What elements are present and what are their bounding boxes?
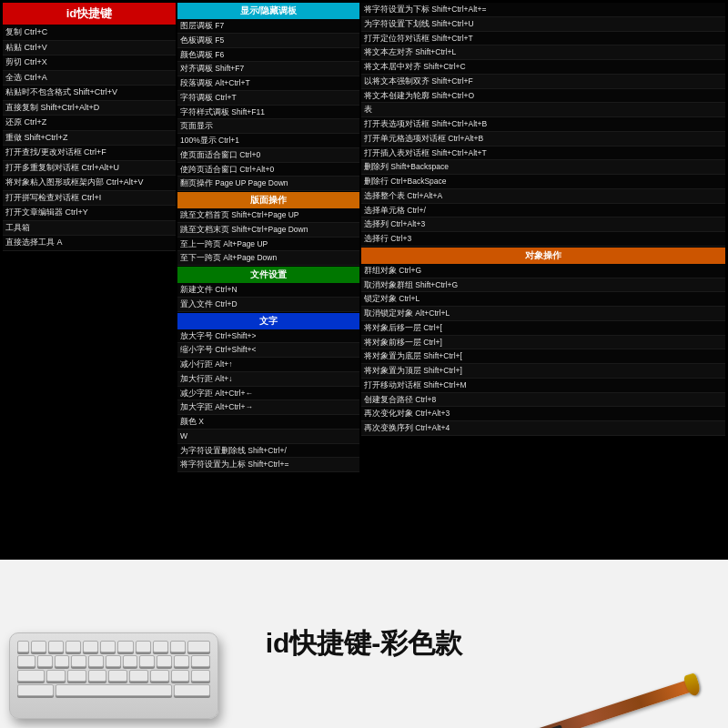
row: 颜色 X bbox=[177, 415, 359, 430]
key bbox=[37, 655, 53, 667]
row: 取消锁定对象 Alt+Ctrl+L bbox=[361, 307, 725, 321]
row: 字符样式调板 Shift+F11 bbox=[177, 106, 359, 120]
row: 减少字距 Alt+Ctrl+← bbox=[177, 387, 359, 401]
key bbox=[153, 641, 168, 652]
row: W bbox=[177, 430, 359, 444]
row: 取消对象群组 Shift+Ctrl+G bbox=[361, 278, 725, 293]
row: 创建复合路径 Ctrl+8 bbox=[361, 393, 725, 408]
row: 页面显示 bbox=[177, 119, 359, 134]
key bbox=[191, 670, 210, 682]
key bbox=[187, 641, 210, 652]
col1-row: 复制 Ctrl+C bbox=[3, 25, 176, 41]
key bbox=[100, 641, 116, 652]
col1-row: 剪切 Ctrl+X bbox=[3, 56, 176, 71]
row: 将对象置为顶层 Shift+Ctrl+] bbox=[361, 364, 725, 379]
row: 减小行距 Alt+↑ bbox=[177, 358, 359, 372]
row: 再次变换序列 Ctrl+Alt+4 bbox=[361, 421, 725, 436]
keyboard-visual bbox=[9, 632, 218, 719]
col1-row: 打开查找/更改对话框 Ctrl+F bbox=[3, 146, 176, 161]
key-row-2 bbox=[17, 655, 210, 667]
key bbox=[17, 641, 29, 652]
key bbox=[55, 655, 70, 667]
key-rows bbox=[17, 641, 210, 696]
row: 使页面适合窗口 Ctrl+0 bbox=[177, 148, 359, 163]
col1-row: 工具箱 bbox=[3, 221, 176, 237]
section-header: 对象操作 bbox=[361, 248, 725, 264]
key bbox=[108, 670, 127, 682]
column-3: 将字符设置为下标 Shift+Ctrl+Alt+=为字符设置下划线 Shift+… bbox=[361, 3, 725, 557]
key-row-1 bbox=[17, 641, 210, 652]
row: 图层调板 F7 bbox=[177, 19, 359, 34]
row: 使跨页适合窗口 Ctrl+Alt+0 bbox=[177, 163, 359, 177]
row: 以将文本强制双齐 Shift+Ctrl+F bbox=[361, 75, 725, 89]
column-2: 显示/隐藏调板图层调板 F7色板调板 F5颜色调板 F6对齐调板 Shift+F… bbox=[177, 3, 359, 557]
row: 选择行 Ctrl+3 bbox=[361, 232, 725, 247]
row: 将文本创建为轮廓 Shift+Ctrl+O bbox=[361, 89, 725, 104]
section-header: 显示/隐藏调板 bbox=[177, 3, 359, 19]
key bbox=[117, 641, 133, 652]
col1-row: 直接复制 Shift+Ctrl+Alt+D bbox=[3, 101, 176, 116]
row: 打开表选项对话框 Shift+Ctrl+Alt+B bbox=[361, 117, 725, 132]
row: 再次变化对象 Ctrl+Alt+3 bbox=[361, 407, 725, 421]
key bbox=[67, 670, 86, 682]
section-header: 版面操作 bbox=[177, 192, 359, 208]
section-header: 文件设置 bbox=[177, 267, 359, 283]
row: 选择单元格 Ctrl+/ bbox=[361, 204, 725, 218]
col1-row: 还原 Ctrl+Z bbox=[3, 116, 176, 131]
col1-row: 粘贴时不包含格式 Shift+Ctrl+V bbox=[3, 86, 176, 101]
col1-row: 直接选择工具 A bbox=[3, 236, 176, 251]
key bbox=[83, 641, 98, 652]
row: 将字符设置为上标 Shift+Ctrl+= bbox=[177, 458, 359, 472]
col1-row: 重做 Shift+Ctrl+Z bbox=[3, 131, 176, 147]
row: 加大行距 Alt+↓ bbox=[177, 372, 359, 387]
column-1: id快捷键 复制 Ctrl+C粘贴 Ctrl+V剪切 Ctrl+X全选 Ctrl… bbox=[3, 3, 176, 557]
row: 新建文件 Ctrl+N bbox=[177, 283, 359, 298]
col1-row: 将对象粘入图形或框架内部 Ctrl+Alt+V bbox=[3, 176, 176, 191]
col1-row: 全选 Ctrl+A bbox=[3, 71, 176, 86]
row: 跳至文档首页 Shift+Ctrl+Page UP bbox=[177, 208, 359, 223]
main-container: id快捷键 复制 Ctrl+C粘贴 Ctrl+V剪切 Ctrl+X全选 Ctrl… bbox=[0, 0, 728, 728]
row: 缩小字号 Ctrl+Shift+< bbox=[177, 343, 359, 358]
brush-tip bbox=[683, 672, 703, 697]
row: 为字符设置删除线 Shift+Ctrl+/ bbox=[177, 444, 359, 459]
page-title: id快捷键-彩色款 bbox=[266, 625, 463, 662]
col2-section: 显示/隐藏调板图层调板 F7色板调板 F5颜色调板 F6对齐调板 Shift+F… bbox=[177, 3, 359, 191]
key bbox=[174, 684, 210, 696]
key bbox=[31, 641, 46, 652]
key bbox=[106, 655, 121, 667]
key bbox=[174, 655, 189, 667]
row: 锁定对象 Ctrl+L bbox=[361, 292, 725, 307]
shortcut-panel: id快捷键 复制 Ctrl+C粘贴 Ctrl+V剪切 Ctrl+X全选 Ctrl… bbox=[0, 0, 728, 560]
row: 对齐调板 Shift+F7 bbox=[177, 62, 359, 76]
row: 将文本左对齐 Shift+Ctrl+L bbox=[361, 46, 725, 60]
row: 加大字距 Alt+Ctrl+→ bbox=[177, 400, 359, 415]
col1-row: 打开多重复制对话框 Ctrl+Alt+U bbox=[3, 161, 176, 177]
col2-section: 文字放大字号 Ctrl+Shift+>缩小字号 Ctrl+Shift+<减小行距… bbox=[177, 313, 359, 473]
col3-section: 将字符设置为下标 Shift+Ctrl+Alt+=为字符设置下划线 Shift+… bbox=[361, 3, 725, 247]
row: 100%显示 Ctrl+1 bbox=[177, 134, 359, 148]
col1-row: 打开文章编辑器 Ctrl+Y bbox=[3, 206, 176, 221]
col1-row: 打开拼写检查对话框 Ctrl+I bbox=[3, 191, 176, 207]
col1-rows: 复制 Ctrl+C粘贴 Ctrl+V剪切 Ctrl+X全选 Ctrl+A粘贴时不… bbox=[3, 25, 176, 251]
key-row-3 bbox=[17, 670, 210, 682]
row: 群组对象 Ctrl+G bbox=[361, 264, 725, 278]
row: 翻页操作 Page UP Page Down bbox=[177, 177, 359, 191]
row: 删除行 Ctrl+BackSpace bbox=[361, 175, 725, 189]
row: 将对象前移一层 Ctrl+] bbox=[361, 336, 725, 350]
row: 字符调板 Ctrl+T bbox=[177, 91, 359, 106]
row: 跳至文档末页 Shift+Ctrl+Page Down bbox=[177, 223, 359, 238]
row: 置入文件 Ctrl+D bbox=[177, 298, 359, 312]
key bbox=[191, 655, 210, 667]
row: 打开插入表对话框 Shift+Ctrl+Alt+T bbox=[361, 147, 725, 161]
row: 将对象置为底层 Shift+Ctrl+[ bbox=[361, 349, 725, 364]
col1-header: id快捷键 bbox=[3, 3, 176, 25]
row: 至下一跨页 Alt+Page Down bbox=[177, 251, 359, 266]
row: 表 bbox=[361, 103, 725, 117]
col2-section: 版面操作跳至文档首页 Shift+Ctrl+Page UP跳至文档末页 Shif… bbox=[177, 192, 359, 266]
key bbox=[157, 655, 172, 667]
row: 段落调板 Alt+Ctrl+T bbox=[177, 76, 359, 91]
key bbox=[88, 655, 104, 667]
col2-section: 文件设置新建文件 Ctrl+N置入文件 Ctrl+D bbox=[177, 267, 359, 312]
key bbox=[170, 641, 186, 652]
key bbox=[150, 670, 169, 682]
